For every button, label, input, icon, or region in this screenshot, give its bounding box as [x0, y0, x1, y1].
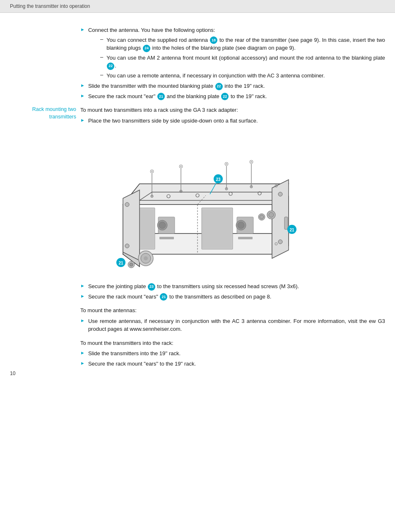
arrow-icon-5: ► [80, 283, 85, 288]
svg-point-34 [159, 222, 166, 229]
slide-transmitters-bullet: ► Slide the transmitters into the 19'' r… [80, 349, 385, 358]
header-bar: Putting the transmitter into operation [0, 0, 395, 13]
post-diag-bullet-2: ► Secure the rack mount "ears" 21 to the… [80, 293, 385, 301]
sub-bullets-container: – You can connect the supplied rod anten… [94, 36, 385, 80]
arrow-icon-2: ► [80, 83, 85, 88]
badge-22a: 22 [107, 63, 114, 70]
post-diagram-section: ► Secure the jointing plate 23 to the tr… [10, 282, 385, 370]
antenna-intro: To mount the antennas: [80, 306, 385, 315]
svg-point-99 [125, 202, 129, 207]
svg-text:23: 23 [216, 177, 221, 182]
arrow-icon-9: ► [80, 361, 85, 366]
post-diag-text-1: Secure the jointing plate 23 to the tran… [88, 282, 385, 291]
page-number: 10 [10, 371, 15, 376]
svg-rect-97 [284, 217, 288, 229]
sub-text-2: You can use the AM 2 antenna front mount… [106, 54, 385, 70]
svg-marker-2 [123, 184, 289, 205]
svg-point-115 [130, 263, 133, 266]
slide-transmitters-text: Slide the transmitters into the 19'' rac… [88, 349, 385, 358]
arrow-icon-8: ► [80, 350, 85, 355]
left-label: Rack mounting two transmitters [10, 106, 80, 127]
arrow-icon-7: ► [80, 318, 85, 323]
svg-rect-64 [238, 237, 253, 239]
svg-text:21: 21 [118, 261, 123, 265]
rack-mount-intro: To mount the transmitters into the rack: [80, 339, 385, 347]
rack-diagram: 23 21 21 [98, 134, 297, 275]
badge-18: 18 [210, 36, 217, 44]
antenna-bullet: ► Use remote antennas, if necessary in c… [80, 317, 385, 333]
rack-section: Rack mounting two transmitters To mount … [10, 106, 385, 127]
badge-21b: 21 [160, 293, 167, 301]
secure-rack-row: ► Secure the rack mount "ear" 21 and the… [10, 92, 385, 101]
badge-22b: 22 [215, 83, 223, 90]
svg-point-95 [278, 192, 282, 196]
sub-text-3: You can use a remote antenna, if necessa… [106, 72, 385, 80]
left-label-empty [10, 282, 80, 370]
svg-point-118 [144, 256, 148, 260]
slide-transmitter-row: ► Slide the transmitter with the mounted… [10, 82, 385, 90]
badge-22c: 22 [221, 93, 229, 100]
arrow-icon: ► [80, 27, 85, 32]
svg-point-111 [269, 212, 274, 217]
connect-antenna-row: ► Connect the antenna. You have the foll… [10, 26, 385, 34]
svg-point-100 [125, 244, 129, 248]
antenna-bullet-text: Use remote antennas, if necessary in con… [88, 317, 385, 333]
arrow-icon-4: ► [80, 118, 85, 123]
rack-intro: To mount two transmitters into a rack us… [80, 106, 385, 114]
diagram-area: 23 21 21 [10, 134, 385, 275]
arrow-icon-3: ► [80, 93, 85, 98]
badge-21a: 21 [157, 93, 165, 100]
rack-label: Rack mounting two transmitters [10, 106, 76, 120]
slide-transmitter-text: Slide the transmitter with the mounted b… [88, 82, 385, 90]
arrow-icon-6: ► [80, 294, 85, 298]
badge-24: 24 [143, 45, 150, 52]
rack-bullet-text: Place the two transmitters side by side … [88, 117, 385, 125]
secure-rack-text: Secure the rack mount "ear" 21 and the b… [88, 92, 385, 101]
svg-point-96 [278, 240, 282, 244]
sub-bullet-1: – You can connect the supplied rod anten… [100, 36, 385, 52]
sub-bullet-2: – You can use the AM 2 antenna front mou… [100, 54, 385, 70]
post-diag-bullet-1: ► Secure the jointing plate 23 to the tr… [80, 282, 385, 291]
header-title: Putting the transmitter into operation [10, 3, 90, 9]
secure-ears-bullet: ► Secure the rack mount "ears'' to the 1… [80, 360, 385, 368]
connect-antenna-text: Connect the antenna. You have the follow… [88, 26, 385, 34]
sub-bullets: – You can connect the supplied rod anten… [100, 36, 385, 80]
rack-bullet-item: ► Place the two transmitters side by sid… [80, 117, 385, 125]
svg-marker-98 [123, 190, 140, 260]
secure-ears-text: Secure the rack mount "ears'' to the 19'… [88, 360, 385, 368]
rack-content: To mount two transmitters into a rack us… [80, 106, 385, 127]
svg-text:21: 21 [289, 228, 294, 232]
post-diag-text-2: Secure the rack mount "ears" 21 to the t… [88, 293, 385, 301]
sub-text-1: You can connect the supplied rod antenna… [106, 36, 385, 52]
badge-23: 23 [148, 283, 155, 291]
svg-point-113 [260, 215, 264, 219]
svg-point-63 [238, 222, 244, 229]
post-diagram-content: ► Secure the jointing plate 23 to the tr… [80, 282, 385, 370]
page-content: ► Connect the antenna. You have the foll… [0, 13, 395, 386]
sub-bullet-3: – You can use a remote antenna, if neces… [100, 72, 385, 80]
svg-rect-35 [159, 237, 174, 239]
